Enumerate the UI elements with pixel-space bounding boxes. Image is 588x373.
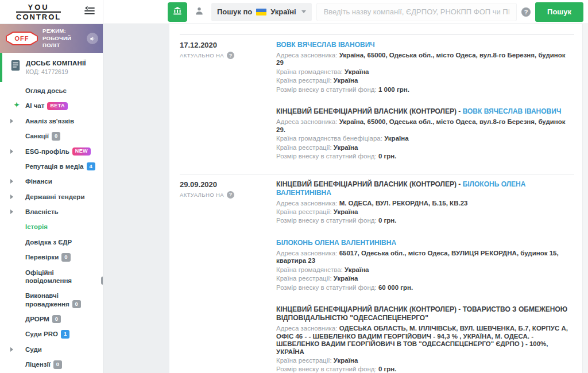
sidebar-item-enforcement-proceedings[interactable]: Виконавчі провадження0 xyxy=(0,288,103,312)
founder-record: ВОВК ВЯЧЕСЛАВ ІВАНОВИЧАдреса засновника:… xyxy=(276,41,574,94)
count-badge: NEW xyxy=(72,147,91,156)
field-label: Адреса засновника: xyxy=(276,118,339,125)
field-value: 1 000 грн. xyxy=(378,86,409,93)
count-badge: 0 xyxy=(72,300,81,308)
sidebar-item-courts-pro[interactable]: Суди PRO1 xyxy=(0,327,103,341)
sidebar-item-official-notices[interactable]: Офіційні повідомлення0 xyxy=(0,265,103,289)
record-field: Країна громадянства: Україна xyxy=(276,68,574,76)
record-field: Країна реєстрації: Україна xyxy=(276,274,574,283)
record-field: Розмір внеску в статутний фонд: 0 грн. xyxy=(276,152,574,161)
field-label: Адреса засновника: xyxy=(276,52,339,59)
dossier-title: ДОСЬЄ КОМПАНІЇ xyxy=(26,60,86,67)
record-field: Адреса засновника: Україна, 65000, Одесь… xyxy=(276,51,574,68)
field-value: 0 грн. xyxy=(378,153,397,160)
logo-text-bottom: CONTROL xyxy=(16,11,61,21)
sidebar-item-history[interactable]: Історія xyxy=(0,219,103,234)
field-label: Розмір внеску в статутний фонд: xyxy=(276,217,378,224)
sidebar-item-label: Історія xyxy=(25,223,48,231)
record-title: БІЛОКОНЬ ОЛЕНА ВАЛЕНТИНІВНА xyxy=(276,239,574,247)
field-label: Адреса засновника: xyxy=(276,250,339,257)
sidebar-item-courts[interactable]: Суди xyxy=(0,342,103,357)
help-icon[interactable]: ? xyxy=(521,7,531,17)
field-label: Країна громадянства: xyxy=(276,68,345,75)
record-field: Розмір внеску в статутний фонд: 0 грн. xyxy=(276,365,574,373)
entity-link[interactable]: БІЛОКОНЬ ОЛЕНА ВАЛЕНТИНІВНА xyxy=(276,239,396,247)
chevron-right-icon xyxy=(10,149,13,154)
record-field: Адреса засновника: М. ОДЕСА, ВУЛ. РЕКОРД… xyxy=(276,199,574,208)
sidebar-item-label: ESG-профіль xyxy=(25,147,69,156)
count-badge: 1 xyxy=(61,330,69,338)
question-icon[interactable]: ? xyxy=(227,191,234,199)
founder-record: БІЛОКОНЬ ОЛЕНА ВАЛЕНТИНІВНААдреса заснов… xyxy=(276,239,574,292)
sidebar-item-finances[interactable]: Фінанси xyxy=(0,174,103,189)
company-search-button[interactable] xyxy=(168,2,187,22)
search-input[interactable] xyxy=(316,3,517,21)
logo-text-top: YOU xyxy=(27,3,51,11)
sidebar-item-licenses[interactable]: Ліцензії0 xyxy=(0,357,103,372)
dossier-code: КОД: 41772619 xyxy=(26,68,86,75)
field-label: Країна реєстрації: xyxy=(276,77,334,84)
count-badge: 0 xyxy=(52,132,60,140)
record-title-text: КІНЦЕВИЙ БЕНЕФІЦІАРНИЙ ВЛАСНИК (КОНТРОЛЕ… xyxy=(276,305,567,322)
record-field: Адреса засновника: 65017, Одеська обл., … xyxy=(276,249,574,266)
history-section: 29.09.2020АКТУАЛЬНО НА?КІНЦЕВИЙ БЕНЕФІЦІ… xyxy=(180,174,574,373)
sidebar-item-label: Ліцензії xyxy=(25,360,51,368)
sidebar-item-state-tenders[interactable]: Державні тендери xyxy=(0,189,103,204)
entity-link[interactable]: ВОВК ВЯЧЕСЛАВ ІВАНОВИЧ xyxy=(276,41,375,49)
field-label: Розмір внеску в статутний фонд: xyxy=(276,153,378,160)
field-value: М. ОДЕСА, ВУЛ. РЕКОРДНА, Б.15, КВ.23 xyxy=(339,200,468,207)
mode-banner[interactable]: OFF РЕЖИМ: РОБОЧИЙ ПОЛІТ xyxy=(0,24,103,53)
speaker-icon[interactable] xyxy=(87,33,98,44)
sidebar-item-esg-profile[interactable]: ESG-профільNEW xyxy=(0,144,103,159)
sidebar-item-connections-analysis[interactable]: Аналіз зв'язків xyxy=(0,114,103,129)
question-icon[interactable]: ? xyxy=(227,52,234,59)
field-label: Адреса засновника: xyxy=(276,325,339,332)
record-field: Адреса засновника: ОДЕСЬКА ОБЛАСТЬ, М. І… xyxy=(276,324,574,356)
sidebar-item-inspections[interactable]: Перевірки0 xyxy=(0,250,103,265)
sidebar-item-label: Фінанси xyxy=(25,177,52,185)
sidebar-item-dossier-overview[interactable]: Огляд досьє xyxy=(0,83,103,98)
field-label: Країна реєстрації: xyxy=(276,275,334,282)
chevron-right-icon xyxy=(10,119,13,123)
sidebar-item-sanctions[interactable]: Санкції0 xyxy=(0,129,103,143)
sidebar-item-company-dossier[interactable]: ДОСЬЄ КОМПАНІЇ КОД: 41772619 xyxy=(0,53,103,82)
field-label: Розмір внеску в статутний фонд: xyxy=(276,284,378,291)
field-label: Розмір внеску в статутний фонд: xyxy=(276,366,378,372)
youcontrol-logo[interactable]: YOU CONTROL xyxy=(16,3,61,21)
person-search-button[interactable] xyxy=(192,2,207,22)
search-button[interactable]: Пошук xyxy=(535,2,583,22)
chevron-down-icon xyxy=(301,10,306,13)
record-field: Розмір внеску в статутний фонд: 1 000 гр… xyxy=(276,86,574,94)
record-field: Країна реєстрації: Україна xyxy=(276,208,574,216)
youcontrol-app: YOU CONTROL xyxy=(0,0,588,373)
sidebar-item-edr-certificate[interactable]: Довідка з ЄДР xyxy=(0,235,103,250)
sidebar-item-media-reputation[interactable]: Репутація в медіа4 xyxy=(0,159,103,174)
mode-off-toggle[interactable]: OFF xyxy=(6,32,38,45)
document-icon xyxy=(10,60,21,73)
record-title: КІНЦЕВИЙ БЕНЕФІЦІАРНИЙ ВЛАСНИК (КОНТРОЛЕ… xyxy=(276,107,574,116)
section-date-column: 17.12.2020АКТУАЛЬНО НА? xyxy=(180,41,276,166)
top-bar: YOU CONTROL xyxy=(0,0,588,24)
sidebar-item-label: ДРОРМ xyxy=(25,315,49,323)
sidebar-item-label: AI чат xyxy=(25,102,44,110)
sidebar-item-ai-chat[interactable]: ✦AI чатBETA xyxy=(0,98,103,113)
founder-record: КІНЦЕВИЙ БЕНЕФІЦІАРНИЙ ВЛАСНИК (КОНТРОЛЕ… xyxy=(276,180,574,226)
sidebar-collapse-button[interactable] xyxy=(84,6,95,17)
sidebar-item-label: Аналіз зв'язків xyxy=(25,117,74,125)
field-value: Україна xyxy=(334,77,358,84)
field-label: Країна громадянства бенефіціара: xyxy=(276,135,384,142)
sidebar-menu: Огляд досьє✦AI чатBETAАналіз зв'язківСан… xyxy=(0,82,103,373)
field-value: Україна xyxy=(345,266,369,273)
scrollbar-track[interactable] xyxy=(582,24,588,373)
count-badge: 0 xyxy=(53,360,62,368)
actual-on-label: АКТУАЛЬНО НА xyxy=(180,192,224,198)
search-scope-selector[interactable]: Пошук по Україні xyxy=(211,3,312,21)
field-value: Україна xyxy=(334,208,358,215)
record-field: Країна реєстрації: Україна xyxy=(276,143,574,152)
sidebar-item-property[interactable]: Власність xyxy=(0,204,103,219)
entity-link[interactable]: ВОВК ВЯЧЕСЛАВ ІВАНОВИЧ xyxy=(463,107,562,115)
record-field: Розмір внеску в статутний фонд: 0 грн. xyxy=(276,216,574,225)
sidebar-item-drorm[interactable]: ДРОРМ0 xyxy=(0,312,103,327)
section-records: КІНЦЕВИЙ БЕНЕФІЦІАРНИЙ ВЛАСНИК (КОНТРОЛЕ… xyxy=(276,180,574,373)
actual-on-row: АКТУАЛЬНО НА? xyxy=(180,52,276,59)
